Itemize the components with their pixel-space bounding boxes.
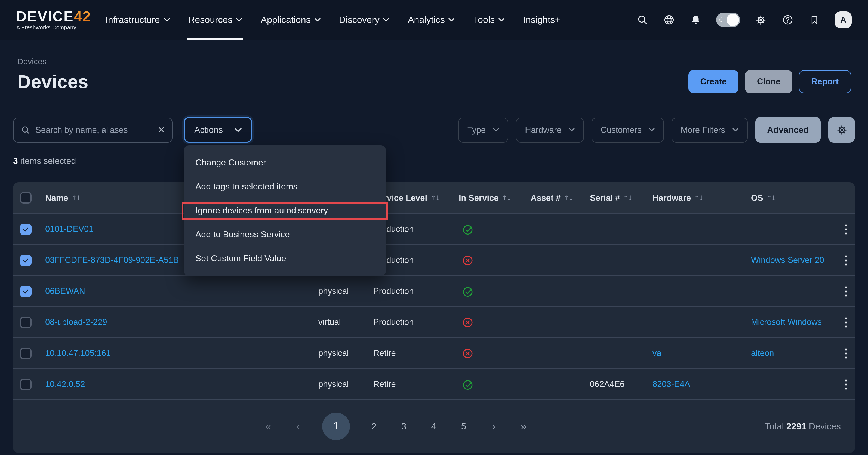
total-count: 2291 <box>786 421 806 431</box>
menu-item-add-tags-to-selected-items[interactable]: Add tags to selected items <box>184 175 386 199</box>
top-navbar: DEVICE42 A Freshworks Company Infrastruc… <box>0 0 868 40</box>
pagination-row: «‹12345›» Total 2291 Devices <box>13 399 855 453</box>
nav-item-insights-[interactable]: Insights+ <box>522 0 561 40</box>
device-name-link[interactable]: 06BEWAN <box>45 286 85 296</box>
page-2-button[interactable]: 2 <box>368 421 380 432</box>
search-input[interactable] <box>35 125 153 135</box>
nav-item-infrastructure[interactable]: Infrastructure <box>104 0 170 40</box>
last-page-button[interactable]: » <box>518 420 529 432</box>
device-name-link[interactable]: 10.42.0.52 <box>45 380 85 389</box>
row-menu-button[interactable] <box>839 316 855 328</box>
sort-icon: ↑↓ <box>694 194 703 202</box>
filter-more-filters[interactable]: More Filters <box>671 117 747 142</box>
row-menu-button[interactable] <box>839 347 855 359</box>
user-avatar[interactable]: A <box>835 11 852 28</box>
gear-icon[interactable] <box>755 14 767 26</box>
nav-item-discovery[interactable]: Discovery <box>338 0 391 40</box>
table-settings-button[interactable] <box>828 117 855 143</box>
search-icon[interactable] <box>636 14 648 26</box>
row-checkbox[interactable] <box>20 285 32 297</box>
col-header-service-level[interactable]: Service Level↑↓ <box>373 193 459 203</box>
row-menu-button[interactable] <box>839 285 855 297</box>
theme-toggle[interactable]: ☾ <box>716 12 740 27</box>
chevron-down-icon <box>648 128 654 132</box>
in-service-check-icon <box>462 378 473 390</box>
breadcrumb[interactable]: Devices <box>18 57 868 66</box>
device-name-link[interactable]: 10.10.47.105:161 <box>45 348 111 358</box>
device-name-link[interactable]: 0101-DEV01 <box>45 224 94 234</box>
advanced-filter-button[interactable]: Advanced <box>755 117 820 143</box>
page-3-button[interactable]: 3 <box>398 421 410 432</box>
selected-suffix: items selected <box>18 156 76 165</box>
col-header-hardware[interactable]: Hardware↑↓ <box>652 193 751 203</box>
row-checkbox[interactable] <box>20 254 32 266</box>
service-level-cell: Retire <box>373 348 459 358</box>
row-checkbox[interactable] <box>20 378 32 390</box>
bell-icon[interactable] <box>689 14 702 26</box>
os-link[interactable]: Windows Server 20 <box>751 255 824 265</box>
clear-search-icon[interactable]: ✕ <box>158 125 165 134</box>
nav-item-applications[interactable]: Applications <box>259 0 321 40</box>
menu-item-change-customer[interactable]: Change Customer <box>184 151 386 175</box>
menu-item-set-custom-field-value[interactable]: Set Custom Field Value <box>184 247 386 271</box>
service-level-cell: Production <box>373 224 459 234</box>
globe-icon[interactable] <box>663 14 675 26</box>
toolbar: ✕ Actions TypeHardwareCustomersMore Filt… <box>13 117 855 143</box>
row-checkbox[interactable] <box>20 223 32 235</box>
nav-item-tools[interactable]: Tools <box>472 0 505 40</box>
os-link[interactable]: Microsoft Windows <box>751 317 822 327</box>
col-header-asset[interactable]: Asset #↑↓ <box>531 193 590 203</box>
search-box[interactable]: ✕ <box>13 117 173 142</box>
help-icon[interactable] <box>781 14 794 26</box>
page-title: Devices <box>18 71 88 92</box>
device-name-link[interactable]: 03FFCDFE-873D-4F09-902E-A51B <box>45 255 179 265</box>
create-button[interactable]: Create <box>688 70 739 93</box>
service-level-cell: Retire <box>373 380 459 389</box>
header-buttons: Create Clone Report <box>688 70 851 93</box>
hardware-link[interactable]: 8203-E4A <box>652 380 690 389</box>
select-all-checkbox[interactable] <box>20 192 32 204</box>
col-header-serial[interactable]: Serial #↑↓ <box>590 193 652 203</box>
chevron-down-icon <box>236 18 242 22</box>
row-menu-button[interactable] <box>839 254 855 266</box>
row-menu-button[interactable] <box>839 223 855 235</box>
row-menu-button[interactable] <box>839 378 855 390</box>
toggle-knob <box>726 13 739 26</box>
row-checkbox[interactable] <box>20 347 32 359</box>
device-name-link[interactable]: 08-upload-2-229 <box>45 317 107 327</box>
next-page-button[interactable]: › <box>488 420 500 432</box>
table-row: 10.10.47.105:161physicalRetirevaalteon <box>13 337 855 368</box>
prev-page-button[interactable]: ‹ <box>292 420 304 432</box>
clone-button[interactable]: Clone <box>745 70 793 93</box>
col-header-in-service[interactable]: In Service↑↓ <box>459 193 531 203</box>
chevron-down-icon <box>569 128 575 132</box>
bookmark-icon[interactable] <box>808 14 820 26</box>
checkmark-icon <box>22 256 29 264</box>
nav-item-resources[interactable]: Resources <box>187 0 244 40</box>
report-button[interactable]: Report <box>799 70 851 93</box>
chevron-down-icon <box>235 128 242 132</box>
row-menu-icon <box>845 378 847 390</box>
filter-customers[interactable]: Customers <box>592 117 664 142</box>
page-1-button[interactable]: 1 <box>322 413 350 440</box>
actions-dropdown-menu: Change CustomerAdd tags to selected item… <box>184 145 386 276</box>
filter-hardware[interactable]: Hardware <box>516 117 584 142</box>
row-checkbox[interactable] <box>20 316 32 328</box>
checkmark-icon <box>22 225 29 233</box>
in-service-cell <box>459 254 531 266</box>
nav-item-analytics[interactable]: Analytics <box>407 0 456 40</box>
actions-dropdown-button[interactable]: Actions <box>184 117 252 143</box>
settings-gear-icon <box>836 124 847 136</box>
col-header-os[interactable]: OS↑↓ <box>751 193 839 203</box>
table-row: 06BEWANphysicalProduction <box>13 275 855 306</box>
hardware-link[interactable]: va <box>652 348 661 358</box>
first-page-button[interactable]: « <box>262 420 274 432</box>
device42-logo[interactable]: DEVICE42 A Freshworks Company <box>16 9 91 30</box>
menu-item-add-to-business-service[interactable]: Add to Business Service <box>184 222 386 247</box>
os-link[interactable]: alteon <box>751 348 774 358</box>
brand-device: DEVICE <box>16 8 74 25</box>
page-5-button[interactable]: 5 <box>458 421 470 432</box>
filter-type[interactable]: Type <box>458 117 508 142</box>
page-4-button[interactable]: 4 <box>428 421 440 432</box>
menu-item-ignore-devices-from-autodiscovery[interactable]: Ignore devices from autodiscovery <box>184 199 386 222</box>
